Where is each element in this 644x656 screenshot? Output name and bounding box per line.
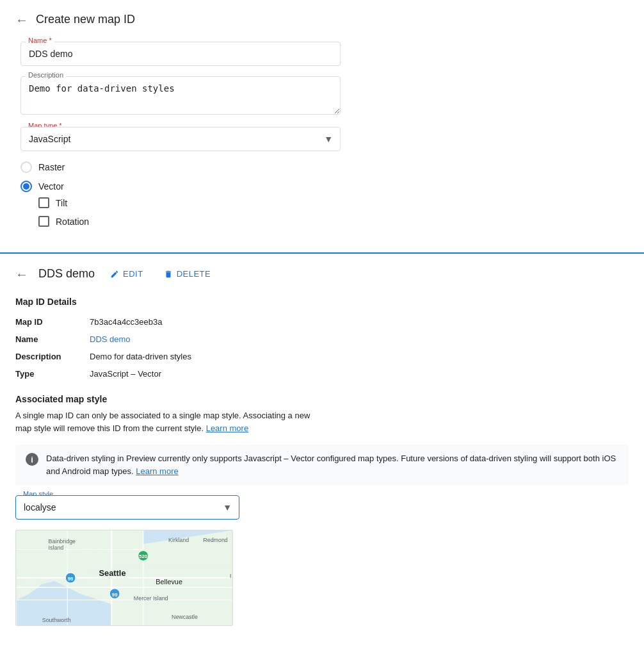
radio-vector-circle bbox=[20, 181, 32, 192]
detail-value-type: JavaScript – Vector bbox=[90, 369, 161, 379]
checkbox-tilt-label: Tilt bbox=[56, 198, 67, 208]
delete-label: DELETE bbox=[177, 269, 211, 279]
description-label: Description bbox=[26, 71, 66, 79]
details-section-title: Map ID Details bbox=[15, 297, 629, 307]
associated-title: Associated map style bbox=[15, 394, 629, 404]
checkbox-rotation[interactable]: Rotation bbox=[38, 216, 341, 227]
map-mode-radio-group: Raster Vector bbox=[20, 161, 341, 192]
detail-key-type: Type bbox=[15, 369, 79, 379]
svg-text:Bainbridge: Bainbridge bbox=[49, 538, 76, 545]
radio-vector-label: Vector bbox=[38, 181, 64, 192]
name-field-group: Name * bbox=[20, 42, 341, 66]
delete-icon bbox=[164, 270, 173, 279]
detail-key-description: Description bbox=[15, 352, 79, 361]
radio-raster[interactable]: Raster bbox=[20, 161, 341, 173]
create-map-section: ← Create new map ID Name * Description D… bbox=[0, 0, 644, 254]
map-type-select-wrapper: JavaScript Android iOS ▼ bbox=[20, 127, 341, 151]
map-id-details: Map ID Details Map ID 7b3ac4a4cc3eeb3a N… bbox=[15, 297, 629, 379]
checkbox-tilt-box bbox=[38, 197, 49, 208]
create-form: Name * Description Demo for data-driven … bbox=[20, 42, 341, 227]
back-arrow-top[interactable]: ← bbox=[15, 13, 28, 26]
edit-button[interactable]: EDIT bbox=[105, 266, 149, 281]
map-type-field-group: Map type * JavaScript Android iOS ▼ bbox=[20, 127, 341, 151]
vector-options-group: Tilt Rotation bbox=[38, 197, 341, 227]
svg-text:Southworth: Southworth bbox=[42, 617, 71, 623]
radio-raster-label: Raster bbox=[38, 162, 65, 172]
detail-row-type: Type JavaScript – Vector bbox=[15, 369, 629, 379]
associated-learn-more-link[interactable]: Learn more bbox=[206, 423, 248, 433]
info-icon: i bbox=[26, 453, 38, 466]
svg-text:Bellevue: Bellevue bbox=[156, 578, 182, 586]
name-label: Name * bbox=[26, 37, 54, 44]
radio-vector[interactable]: Vector bbox=[20, 181, 341, 192]
svg-text:I: I bbox=[230, 572, 232, 579]
svg-text:Kirkland: Kirkland bbox=[168, 537, 189, 543]
edit-label: EDIT bbox=[123, 269, 143, 279]
map-style-select-wrapper: localyse None ▼ bbox=[15, 495, 239, 520]
detail-value-name: DDS demo bbox=[90, 334, 131, 344]
detail-value-description: Demo for data-driven styles bbox=[90, 352, 191, 361]
map-preview-svg: 99 99 520 Bainbridge Island Seattle Bell… bbox=[16, 530, 232, 625]
info-banner-text: Data-driven styling in Preview currently… bbox=[46, 452, 618, 477]
svg-text:Redmond: Redmond bbox=[203, 537, 228, 543]
map-style-select[interactable]: localyse None bbox=[15, 495, 239, 520]
detail-value-mapid: 7b3ac4a4cc3eeb3a bbox=[90, 317, 163, 327]
map-style-field-group: Map style localyse None ▼ bbox=[15, 495, 239, 520]
svg-text:Seattle: Seattle bbox=[99, 568, 126, 578]
info-learn-more-link[interactable]: Learn more bbox=[136, 466, 178, 476]
edit-icon bbox=[110, 270, 119, 279]
svg-text:Newcastle: Newcastle bbox=[172, 614, 198, 620]
svg-text:Island: Island bbox=[49, 545, 64, 551]
map-preview: 99 99 520 Bainbridge Island Seattle Bell… bbox=[15, 530, 233, 626]
radio-raster-circle bbox=[20, 161, 32, 173]
checkbox-rotation-box bbox=[38, 216, 49, 227]
description-input[interactable]: Demo for data-driven styles bbox=[20, 76, 341, 115]
detail-row-mapid: Map ID 7b3ac4a4cc3eeb3a bbox=[15, 317, 629, 327]
page-title: Create new map ID bbox=[36, 13, 135, 26]
checkbox-rotation-label: Rotation bbox=[56, 217, 89, 227]
svg-text:99: 99 bbox=[68, 576, 74, 582]
detail-key-name: Name bbox=[15, 334, 79, 344]
back-arrow-bottom[interactable]: ← bbox=[15, 268, 28, 281]
bottom-header: ← DDS demo EDIT DELETE bbox=[15, 266, 629, 281]
info-banner: i Data-driven styling in Preview current… bbox=[15, 445, 629, 485]
detail-key-mapid: Map ID bbox=[15, 317, 79, 327]
detail-row-description: Description Demo for data-driven styles bbox=[15, 352, 629, 361]
name-input[interactable] bbox=[20, 42, 341, 66]
bottom-title: DDS demo bbox=[38, 267, 95, 281]
map-type-select[interactable]: JavaScript Android iOS bbox=[20, 127, 341, 151]
svg-text:520: 520 bbox=[139, 554, 148, 559]
delete-button[interactable]: DELETE bbox=[159, 266, 216, 281]
map-details-section: ← DDS demo EDIT DELETE Map ID Details Ma… bbox=[0, 254, 644, 639]
top-header: ← Create new map ID bbox=[15, 13, 629, 26]
associated-desc: A single map ID can only be associated t… bbox=[15, 409, 323, 434]
checkbox-tilt[interactable]: Tilt bbox=[38, 197, 341, 208]
svg-text:99: 99 bbox=[112, 592, 118, 598]
detail-row-name: Name DDS demo bbox=[15, 334, 629, 344]
associated-map-style-section: Associated map style A single map ID can… bbox=[15, 394, 629, 626]
description-field-group: Description Demo for data-driven styles bbox=[20, 76, 341, 117]
svg-text:Mercer Island: Mercer Island bbox=[134, 595, 168, 602]
